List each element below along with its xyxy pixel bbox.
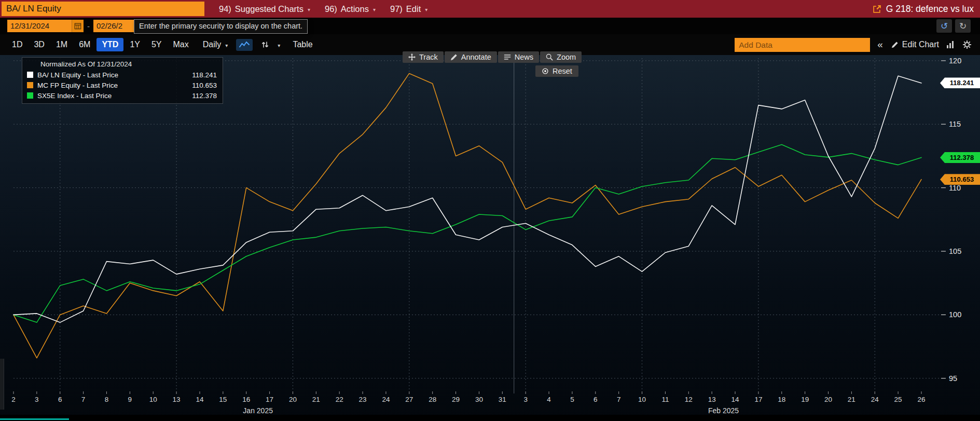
reset-target-icon xyxy=(542,67,549,75)
x-axis-label: 13 xyxy=(173,396,181,403)
period-1m[interactable]: 1M xyxy=(51,38,73,51)
chart-type-caret-button[interactable]: ▾ xyxy=(278,42,280,48)
x-axis-label: 14 xyxy=(731,396,740,403)
date-from-input[interactable]: 12/31/2024 xyxy=(7,20,72,32)
add-data-input[interactable]: Add Data xyxy=(735,38,870,52)
x-axis-label: 21 xyxy=(848,396,855,403)
date-range-separator: - xyxy=(87,22,90,31)
x-axis-label: 5 xyxy=(570,396,574,403)
x-axis-label: 20 xyxy=(824,396,832,403)
frequency-dropdown[interactable]: Daily ▾ xyxy=(203,40,228,49)
table-button[interactable]: Table xyxy=(293,40,312,49)
edit-chart-button[interactable]: Edit Chart xyxy=(891,40,939,49)
window-title-area: G 218: defence vs lux xyxy=(873,4,980,15)
bar-chart-icon xyxy=(946,40,955,49)
x-axis-label: 25 xyxy=(894,396,902,403)
menu-suggested-charts[interactable]: 94) Suggested Charts ▾ xyxy=(219,4,310,14)
annotate-button[interactable]: Annotate xyxy=(445,51,497,63)
y-axis-label: 105 xyxy=(949,247,961,255)
x-axis-label: 10 xyxy=(638,396,646,403)
x-axis-label: 18 xyxy=(778,396,785,403)
chevron-down-icon: ▾ xyxy=(225,42,228,48)
menu-number: 97) xyxy=(390,4,403,14)
zoom-button[interactable]: Zoom xyxy=(540,51,582,63)
menu-actions[interactable]: 96) Actions ▾ xyxy=(325,4,376,14)
last-price-badge: 110.653 xyxy=(940,174,980,185)
y-axis-label: 95 xyxy=(949,374,957,383)
x-axis-label: 31 xyxy=(499,396,506,403)
redo-icon: ↻ xyxy=(959,21,967,32)
news-button[interactable]: News xyxy=(498,51,539,63)
chart-plot[interactable]: 9510010511011512023678910131415161720212… xyxy=(0,55,980,421)
legend-swatch-icon xyxy=(27,82,33,88)
legend-item[interactable]: MC FP Equity - Last Price110.653 xyxy=(27,80,218,90)
period-1d[interactable]: 1D xyxy=(7,38,27,51)
reset-button[interactable]: Reset xyxy=(535,65,578,77)
undo-button[interactable]: ↺ xyxy=(936,19,952,33)
legend-item[interactable]: SX5E Index - Last Price112.378 xyxy=(27,90,218,101)
track-button[interactable]: Track xyxy=(403,51,444,63)
x-axis-label: 29 xyxy=(452,396,460,403)
legend-label: BA/ LN Equity - Last Price xyxy=(37,71,118,79)
security-input[interactable]: BA/ LN Equity xyxy=(2,2,204,16)
compare-sort-button[interactable] xyxy=(261,40,269,49)
series-line-sx5e[interactable] xyxy=(13,144,921,322)
menu-number: 94) xyxy=(219,4,231,14)
x-axis-label: 20 xyxy=(289,396,297,403)
zoom-label: Zoom xyxy=(557,53,576,61)
period-max[interactable]: Max xyxy=(168,38,194,51)
x-axis-label: 2 xyxy=(11,396,16,403)
period-1y[interactable]: 1Y xyxy=(125,38,145,51)
annotate-label: Annotate xyxy=(461,53,491,61)
chart-area: 9510010511011512023678910131415161720212… xyxy=(0,55,980,421)
legend-swatch-icon xyxy=(27,72,33,78)
month-label: Jan 2025 xyxy=(243,406,273,415)
calendar-icon[interactable] xyxy=(72,20,84,32)
x-axis-label: 11 xyxy=(661,396,669,403)
panel-edge-sliver xyxy=(0,359,4,410)
news-label: News xyxy=(515,53,533,61)
x-axis-label: 9 xyxy=(128,396,132,403)
period-6m[interactable]: 6M xyxy=(74,38,95,51)
legend-items: BA/ LN Equity - Last Price118.241MC FP E… xyxy=(27,70,218,101)
menu-number: 96) xyxy=(325,4,337,14)
annotate-pencil-icon xyxy=(450,53,458,61)
gear-icon xyxy=(962,40,972,49)
settings-gear-button[interactable] xyxy=(962,40,980,49)
redo-button[interactable]: ↻ xyxy=(955,19,971,33)
collapse-panel-button[interactable]: « xyxy=(877,39,883,50)
x-axis-label: 6 xyxy=(58,396,62,403)
legend-value: 112.378 xyxy=(192,92,218,100)
period-ytd[interactable]: YTD xyxy=(96,38,123,51)
x-axis-label: 7 xyxy=(617,396,621,403)
chart-tools-bar: Track Annotate News Zoom xyxy=(403,51,582,63)
line-chart-icon xyxy=(239,40,250,49)
track-label: Track xyxy=(419,53,438,61)
legend-label: SX5E Index - Last Price xyxy=(37,92,112,100)
pop-out-icon[interactable] xyxy=(873,5,881,13)
track-move-icon xyxy=(408,53,416,61)
period-5y[interactable]: 5Y xyxy=(146,38,167,51)
legend-item[interactable]: BA/ LN Equity - Last Price118.241 xyxy=(27,70,218,80)
bloomberg-chart-window: BA/ LN Equity 94) Suggested Charts ▾ 96)… xyxy=(0,0,980,421)
x-axis-label: 23 xyxy=(359,396,367,403)
menu-label: Edit xyxy=(406,4,421,14)
x-axis-label: 15 xyxy=(219,396,227,403)
chevron-down-icon: ▾ xyxy=(308,6,310,12)
edit-chart-label: Edit Chart xyxy=(902,40,939,49)
x-axis-label: 28 xyxy=(429,396,436,403)
line-chart-type-button[interactable] xyxy=(236,39,253,51)
series-line-mc[interactable] xyxy=(13,73,921,358)
legend-value: 118.241 xyxy=(192,71,218,79)
period-3d[interactable]: 3D xyxy=(29,38,49,51)
legend-title: Normalized As Of 12/31/2024 xyxy=(27,59,218,70)
x-axis-label: 22 xyxy=(336,396,343,403)
x-axis-label: 26 xyxy=(917,396,925,403)
sort-arrows-icon xyxy=(261,40,269,49)
modify-chart-button[interactable] xyxy=(946,40,955,49)
menu-edit[interactable]: 97) Edit ▾ xyxy=(390,4,427,14)
x-axis-label: 24 xyxy=(871,396,879,403)
reset-label: Reset xyxy=(553,67,572,75)
series-line-ba[interactable] xyxy=(13,76,921,322)
legend-value: 110.653 xyxy=(192,82,218,89)
